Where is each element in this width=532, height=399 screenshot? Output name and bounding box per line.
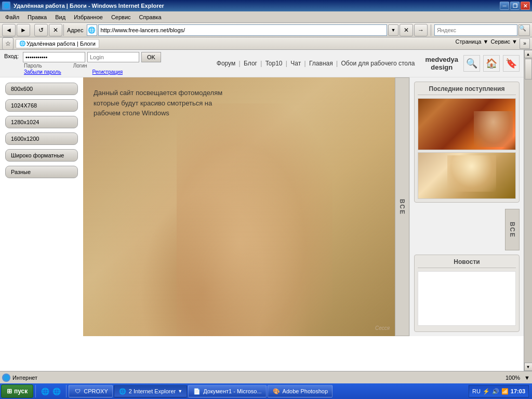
resolution-1600x1200[interactable]: 1600x1200 bbox=[5, 132, 78, 145]
scroll-track[interactable] bbox=[524, 58, 532, 363]
scroll-thumb[interactable] bbox=[525, 59, 532, 79]
go-button[interactable]: → bbox=[414, 24, 428, 36]
all-label: ВСЕ bbox=[398, 199, 406, 215]
ie-label: 2 Internet Explorer bbox=[129, 388, 176, 394]
menu-help[interactable]: Справка bbox=[135, 13, 166, 21]
photo-thumb-2[interactable] bbox=[418, 152, 516, 199]
status-bar: 🌐 Интернет 100% ▼ bbox=[0, 371, 532, 383]
photoshop-taskbar-btn[interactable]: 🎨 Adobe Photoshop bbox=[268, 385, 332, 397]
news-title: Новости bbox=[418, 258, 516, 268]
quick-launch: 🌐 🌐 bbox=[38, 386, 64, 396]
ie-icon: 🌐 bbox=[118, 387, 127, 395]
home-icon-btn[interactable]: 🏠 bbox=[483, 55, 500, 72]
address-dropdown[interactable]: ▼ bbox=[388, 24, 398, 36]
menu-edit[interactable]: Правка bbox=[23, 13, 51, 21]
toolbar: ◄ ► ↺ ✕ Адрес 🌐 http://www.free-lancers.… bbox=[0, 23, 532, 37]
all-panel-right[interactable]: ВСЕ bbox=[505, 209, 520, 250]
photo-thumb-1[interactable] bbox=[418, 98, 516, 150]
site-nav-right: Форум | Блог | Top10 | Чат | Главная | О… bbox=[211, 55, 520, 72]
nav-blog[interactable]: Блог bbox=[244, 60, 257, 67]
last-arrivals-panel: Последние поступления bbox=[414, 82, 520, 203]
cproxy-taskbar-btn[interactable]: 🛡 CPROXY bbox=[69, 385, 112, 397]
expand-button[interactable]: » bbox=[520, 38, 530, 49]
ie-taskbar-btn[interactable]: 🌐 2 Internet Explorer ▼ bbox=[114, 385, 187, 397]
taskbar: ⊞ пуск 🌐 🌐 🛡 CPROXY 🌐 2 Internet Explore… bbox=[0, 383, 532, 399]
description-text: Данный сайт посвещается фотомоделям кото… bbox=[94, 88, 223, 118]
news-panel: Новости bbox=[414, 255, 520, 332]
address-input[interactable]: http://www.free-lancers.net/blogs/ bbox=[98, 24, 388, 36]
start-label: пуск bbox=[14, 388, 28, 395]
taskbar-divider2 bbox=[66, 385, 66, 397]
right-sidebar: Последние поступления bbox=[409, 77, 524, 336]
windows-logo: ⊞ bbox=[7, 388, 12, 395]
resolution-800x600[interactable]: 800x600 bbox=[5, 83, 78, 95]
word-taskbar-btn[interactable]: 📄 Документ1 - Microsо... bbox=[188, 385, 266, 397]
nav-chat[interactable]: Чат bbox=[290, 60, 301, 67]
taskbar-divider bbox=[35, 385, 36, 397]
zoom-dropdown[interactable]: ▼ bbox=[524, 375, 530, 381]
fav-item-label: Удалённая работа | Блоги bbox=[26, 41, 96, 47]
add-favorites-btn[interactable]: ☆ bbox=[2, 37, 14, 50]
toolbar-page[interactable]: Страница ▼ bbox=[456, 38, 489, 49]
resolution-1280x1024[interactable]: 1280x1024 bbox=[5, 116, 78, 128]
start-button[interactable]: ⊞ пуск bbox=[1, 384, 33, 398]
title-bar: 🌐 Удалённая работа | Блоги - Windows Int… bbox=[0, 0, 532, 11]
nav-home[interactable]: Главная bbox=[309, 60, 333, 67]
main-image: Данный сайт посвещается фотомоделям кото… bbox=[83, 77, 395, 336]
all-panel-center[interactable]: ВСЕ bbox=[395, 77, 409, 336]
close-button[interactable]: ✕ bbox=[521, 2, 530, 10]
resolution-widescreen[interactable]: Широко форматные bbox=[5, 149, 78, 162]
scroll-up-button[interactable]: ▲ bbox=[524, 50, 533, 58]
menu-file[interactable]: Файл bbox=[1, 13, 23, 21]
taskbar-right: RU ⚡ 🔊 📶 17:03 bbox=[467, 385, 531, 397]
tray-icon1: ⚡ bbox=[483, 388, 490, 395]
center-content: Данный сайт посвещается фотомоделям кото… bbox=[83, 77, 395, 336]
register-link[interactable]: Регистрация bbox=[92, 69, 123, 75]
back-button[interactable]: ◄ bbox=[2, 24, 16, 36]
refresh-stop-btn[interactable]: ✕ bbox=[400, 24, 413, 36]
cproxy-icon: 🛡 bbox=[73, 387, 82, 395]
login-label2: Логин bbox=[73, 63, 87, 69]
all-label-right: ВСЕ bbox=[509, 222, 516, 238]
password-input[interactable] bbox=[23, 52, 85, 62]
ie-quick-btn2[interactable]: 🌐 bbox=[51, 386, 62, 396]
toolbar-service[interactable]: Сервис ▼ bbox=[490, 38, 517, 49]
resolution-various[interactable]: Разные bbox=[5, 166, 78, 178]
ok-button[interactable]: OK bbox=[141, 52, 161, 62]
forward-button[interactable]: ► bbox=[17, 24, 30, 36]
restore-button[interactable]: ❐ bbox=[510, 2, 520, 10]
word-icon: 📄 bbox=[193, 387, 201, 395]
news-content bbox=[418, 271, 516, 326]
fav-item-blogs[interactable]: 🌐 Удалённая работа | Блоги bbox=[16, 39, 99, 48]
window-title: Удалённая работа | Блоги - Windows Inter… bbox=[14, 3, 164, 9]
forgot-password-link[interactable]: Забыли пароль bbox=[24, 69, 61, 75]
scroll-down-button[interactable]: ▼ bbox=[524, 363, 533, 371]
watermark: Сесся bbox=[375, 325, 390, 331]
favorites-bar: ☆ 🌐 Удалённая работа | Блоги Страница ▼ … bbox=[0, 37, 532, 50]
menu-view[interactable]: Вид bbox=[51, 13, 70, 21]
address-label: Адрес bbox=[67, 27, 84, 33]
bookmark-icon-btn[interactable]: 🔖 bbox=[503, 55, 520, 72]
internet-icon: 🌐 bbox=[2, 374, 10, 382]
menu-favorites[interactable]: Избранное bbox=[70, 13, 107, 21]
minimize-button[interactable]: ─ bbox=[500, 2, 509, 10]
stop-button[interactable]: ✕ bbox=[49, 24, 62, 36]
photoshop-icon: 🎨 bbox=[272, 387, 281, 395]
vertical-scrollbar[interactable]: ▲ ▼ bbox=[524, 50, 532, 371]
login-input[interactable] bbox=[87, 52, 139, 62]
site-nav-links: Форум | Блог | Top10 | Чат | Главная | О… bbox=[211, 58, 420, 69]
browser-icon: 🌐 bbox=[2, 2, 10, 10]
search-button[interactable]: 🔍 bbox=[518, 24, 530, 36]
lang-indicator[interactable]: RU bbox=[472, 388, 481, 394]
menu-tools[interactable]: Сервис bbox=[107, 13, 135, 21]
nav-wallpapers[interactable]: Обои для рабочего стола bbox=[341, 60, 415, 67]
brand-text: medvedyadesign bbox=[425, 56, 458, 71]
search-input[interactable] bbox=[434, 24, 517, 36]
refresh-button[interactable]: ↺ bbox=[34, 24, 48, 36]
nav-top10[interactable]: Top10 bbox=[265, 60, 283, 67]
resolution-532x399[interactable]: 1024X768 bbox=[5, 99, 78, 112]
search-icon-btn[interactable]: 🔍 bbox=[463, 55, 480, 72]
password-label: Пароль bbox=[24, 63, 42, 69]
nav-forum[interactable]: Форум bbox=[217, 60, 235, 67]
ie-quick-btn[interactable]: 🌐 bbox=[40, 386, 50, 396]
